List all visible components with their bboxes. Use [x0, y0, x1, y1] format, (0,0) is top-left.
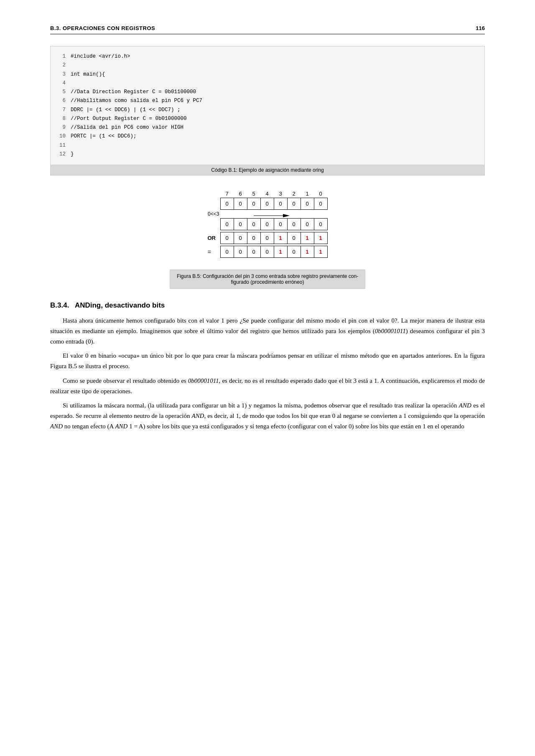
bit-header-cell: 0	[314, 191, 327, 197]
diagram-row1: 00000000	[208, 198, 328, 210]
diagram-eq-row: = 00001011	[208, 246, 328, 258]
bit-cell: 0	[301, 198, 314, 210]
code-caption: Código B.1: Ejemplo de asignación median…	[50, 165, 485, 176]
bit-cell: 0	[314, 198, 328, 210]
figure-caption-line1: Figura B.5: Configuración del pin 3 como…	[177, 273, 358, 279]
bit-header-cell: 3	[274, 191, 287, 197]
figure-caption-line2: figurado (procedimiento erróneo)	[231, 279, 304, 285]
bit-cell: 0	[288, 232, 301, 244]
bit-cell: 0	[234, 232, 247, 244]
code-line: 5 //Data Direction Register C = 0b011000…	[58, 88, 477, 97]
code-line: 7 DDRC |= (1 << DDC6) | (1 << DDC7) ;	[58, 106, 477, 115]
bit-cell: 0	[261, 246, 274, 258]
page-header: B.3. OPERACIONES CON REGISTROS 116	[50, 25, 485, 34]
bit-cell: 1	[274, 232, 288, 244]
bit-cell: 0	[288, 198, 301, 210]
section-title: B.3. OPERACIONES CON REGISTROS	[50, 25, 155, 31]
code-line: 10 PORTC |= (1 << DDC6);	[58, 132, 477, 141]
bit-header-cell: 1	[301, 191, 314, 197]
bit-cell: 0	[221, 246, 234, 258]
bit-cell: 0	[221, 219, 234, 230]
bit-cell: 1	[301, 232, 314, 244]
line-content: //Salida del pin PC6 como valor HIGH	[71, 123, 183, 132]
line-content: PORTC |= (1 << DDC6);	[71, 132, 137, 141]
bit-diagram: 76543210 00000000 0<<3 00000000 OR 00001…	[50, 191, 485, 258]
arrow-svg	[250, 210, 291, 217]
bit-cell: 0	[234, 219, 247, 230]
svg-marker-1	[283, 214, 290, 217]
bit-cell: 0	[274, 198, 288, 210]
bit-cell: 0	[288, 246, 301, 258]
line-number: 5	[58, 88, 66, 97]
line-number: 3	[58, 70, 66, 79]
body-paragraph: Como se puede observar el resultado obte…	[50, 376, 485, 397]
or-label: OR	[208, 235, 220, 241]
bit-cell: 1	[274, 246, 288, 258]
code-block: 1#include <avr/io.h>23int main(){45 //Da…	[50, 46, 485, 165]
bit-header-cell: 4	[260, 191, 274, 197]
line-number: 4	[58, 79, 66, 88]
code-line: 3int main(){	[58, 70, 477, 79]
body-paragraph: El valor 0 en binario «ocupa» un único b…	[50, 351, 485, 372]
bit-cell: 0	[247, 246, 261, 258]
bit-cell: 0	[261, 232, 274, 244]
bit-cell: 0	[221, 198, 234, 210]
page-number: 116	[476, 25, 485, 31]
figure-caption: Figura B.5: Configuración del pin 3 como…	[170, 270, 365, 289]
bit-cell: 0	[247, 232, 261, 244]
line-number: 1	[58, 52, 66, 61]
line-content: }	[71, 150, 74, 159]
line-content: //Port Output Register C = 0b01000000	[71, 115, 187, 123]
bit-cell: 0	[261, 198, 274, 210]
bit-cell: 1	[314, 232, 328, 244]
eq-label: =	[208, 248, 220, 255]
code-line: 2	[58, 61, 477, 70]
code-line: 9 //Salida del pin PC6 como valor HIGH	[58, 123, 477, 132]
line-content: DDRC |= (1 << DDC6) | (1 << DDC7) ;	[71, 106, 181, 115]
bit-cell: 0	[234, 246, 247, 258]
line-content: int main(){	[71, 70, 105, 79]
body-paragraphs: Hasta ahora únicamente hemos configurado…	[50, 316, 485, 432]
code-line: 12}	[58, 150, 477, 159]
bit-header-cell: 2	[287, 191, 301, 197]
figure-caption-wrapper: Figura B.5: Configuración del pin 3 como…	[50, 265, 485, 289]
shift-label: 0<<3	[208, 211, 220, 217]
bit-cell: 0	[247, 198, 261, 210]
code-line: 4	[58, 79, 477, 88]
bit-cell: 1	[314, 246, 328, 258]
line-number: 2	[58, 61, 66, 70]
line-number: 12	[58, 150, 66, 159]
bit-cell: 0	[314, 219, 328, 230]
bit-cell: 1	[301, 246, 314, 258]
bit-cell: 0	[274, 219, 288, 230]
code-line: 1#include <avr/io.h>	[58, 52, 477, 61]
line-content: //Data Direction Register C = 0b01100000	[71, 88, 196, 97]
line-content: #include <avr/io.h>	[71, 52, 130, 61]
bit-cell: 0	[288, 219, 301, 230]
section-title-text: ANDing, desactivando bits	[75, 301, 165, 309]
bit-header-cell: 5	[247, 191, 260, 197]
body-paragraph: Hasta ahora únicamente hemos configurado…	[50, 316, 485, 346]
line-number: 7	[58, 106, 66, 115]
bit-headers-row: 76543210	[208, 191, 327, 198]
diagram-or-row: OR 00001011	[208, 232, 328, 244]
bit-cell: 0	[234, 198, 247, 210]
diagram-row2: 00000000	[208, 218, 328, 230]
bit-cell: 0	[301, 219, 314, 230]
body-paragraph: Si utilizamos la máscara normal, (la uti…	[50, 400, 485, 431]
bit-cell: 0	[247, 219, 261, 230]
line-number: 6	[58, 97, 66, 105]
bit-header-cell: 6	[234, 191, 247, 197]
code-line: 6 //Habilitamos como salida el pin PC6 y…	[58, 97, 477, 105]
code-line: 8 //Port Output Register C = 0b01000000	[58, 115, 477, 123]
bit-cell: 0	[261, 219, 274, 230]
line-number: 8	[58, 115, 66, 123]
diagram-arrow-row: 0<<3	[208, 210, 327, 218]
line-number: 11	[58, 141, 66, 150]
line-content: //Habilitamos como salida el pin PC6 y P…	[71, 97, 202, 105]
code-line: 11	[58, 141, 477, 150]
line-number: 9	[58, 123, 66, 132]
section-number: B.3.4.	[50, 301, 69, 309]
line-number: 10	[58, 132, 66, 141]
bit-cell: 0	[221, 232, 234, 244]
